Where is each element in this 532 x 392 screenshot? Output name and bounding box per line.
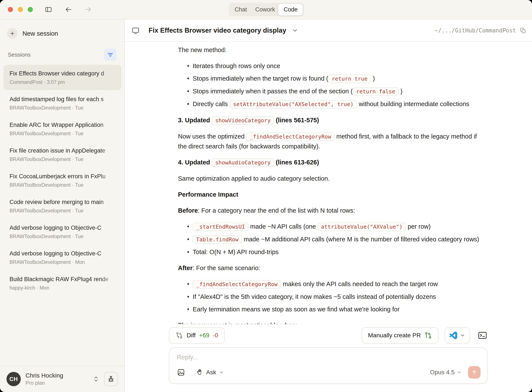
session-item-meta: happy-kirch · Mon [10, 285, 115, 291]
tab-chat[interactable]: Chat [228, 4, 253, 16]
inline-code: Table.findRow [193, 235, 242, 244]
terminal-icon [478, 330, 487, 340]
session-item-meta: BRAWToolboxDevelopment · Mon [10, 259, 115, 265]
toggle-sidebar-icon[interactable] [44, 5, 53, 14]
session-title-chevron-icon[interactable] [292, 27, 298, 34]
manually-create-pr-label: Manually create PR [368, 332, 421, 339]
account-footer[interactable]: CH Chris Hocking Pro plan [0, 366, 124, 392]
bullet-list: _startEndRowsUI made ~N API calls (one a… [178, 222, 484, 257]
bullet-item: _findAndSelectCategoryRow makes only the… [187, 279, 484, 289]
session-list-item[interactable]: Code review before merging to mainBRAWTo… [4, 193, 121, 219]
user-plan: Pro plan [25, 380, 94, 386]
minimize-window-button[interactable] [18, 7, 23, 12]
session-item-meta: CommandPost · 3:07 pm [10, 79, 115, 85]
session-list-item[interactable]: Build Blackmagic RAW FxPlug4 rendehappy-… [4, 271, 121, 296]
manually-create-pr-button[interactable]: Manually create PR [361, 327, 439, 344]
model-chevron-icon [457, 370, 462, 375]
forward-arrow-icon[interactable] [84, 5, 93, 14]
session-item-title: Add verbose logging to Objective-C [10, 250, 115, 257]
session-item-meta: BRAWToolboxDevelopment · Tue [10, 131, 115, 137]
bullet-list: Iterates through rows only onceStops imm… [178, 61, 484, 109]
filter-sessions-button[interactable] [104, 48, 117, 61]
ask-mode-dropdown[interactable]: Ask [196, 369, 224, 376]
bullet-item: Table.findRow made ~M additional API cal… [187, 234, 484, 244]
paragraph: After: For the same scenario: [178, 263, 484, 273]
bullet-item: Stops immediately when it passes the end… [187, 86, 484, 96]
app-window: Chat Cowork Code New session Sessions Fi… [0, 0, 532, 392]
account-switcher-chevrons[interactable] [94, 376, 98, 382]
debug-bug-button[interactable] [104, 372, 118, 386]
session-list-item[interactable]: Fix CocoaLumberjack errors in FxPluBRAWT… [4, 168, 121, 193]
session-item-title: Fix file creation issue in AppDelegate [10, 147, 115, 154]
copy-path-icon[interactable] [519, 27, 526, 34]
model-label: Opus 4.5 [430, 369, 455, 376]
new-session-button[interactable]: New session [7, 28, 124, 39]
inline-code: return true [328, 75, 371, 83]
open-in-vscode-button[interactable] [445, 327, 470, 344]
message-scroll-area[interactable]: The new method:Iterates through rows onl… [125, 42, 532, 324]
user-name: Chris Hocking [25, 372, 94, 379]
vscode-icon [449, 331, 457, 339]
filter-lines-icon [107, 51, 114, 58]
session-list-item[interactable]: Add timestamped log files for each sBRAW… [4, 91, 121, 116]
session-list-item[interactable]: Fix Effects Browser video category dComm… [4, 65, 121, 90]
zoom-window-button[interactable] [28, 7, 33, 12]
session-item-title: Build Blackmagic RAW FxPlug4 rende [10, 276, 115, 283]
inline-code: _findAndSelectCategoryRow [246, 132, 335, 141]
session-list: Fix Effects Browser video category dComm… [0, 63, 124, 366]
tab-code[interactable]: Code [278, 4, 303, 16]
new-session-label: New session [23, 30, 58, 37]
session-item-meta: BRAWToolboxDevelopment · Tue [10, 233, 115, 239]
bullet-item: Iterates through rows only once [187, 61, 484, 71]
session-item-title: Add verbose logging to Objective-C [10, 224, 115, 231]
paragraph: The improvement is most noticeable when: [178, 321, 484, 324]
session-item-meta: BRAWToolboxDevelopment · Tue [10, 208, 115, 214]
session-item-title: Enable ARC for Wrapper Application [10, 122, 115, 128]
attach-image-icon[interactable] [177, 368, 185, 377]
session-list-item[interactable]: Fix file creation issue in AppDelegateBR… [4, 142, 121, 167]
session-list-item[interactable]: Add verbose logging to Objective-C BRAWT… [4, 245, 121, 270]
message-toolbar: Diff +69 -0 Manually create PR [169, 327, 487, 344]
bullet-item: If "Alex4D" is the 5th video category, i… [187, 292, 484, 302]
tab-cowork[interactable]: Cowork [253, 4, 277, 16]
session-title: Fix Effects Browser video category displ… [149, 27, 286, 34]
ask-label: Ask [206, 369, 216, 376]
diff-removed-count: -0 [213, 332, 218, 339]
inline-code: setAttributeValue("AXSelected", true) [230, 100, 357, 109]
session-item-meta: BRAWToolboxDevelopment · Tue [10, 105, 115, 111]
close-window-button[interactable] [8, 7, 13, 12]
bullet-item: Total: O(N + M) API round-trips [187, 247, 484, 257]
session-item-title: Fix Effects Browser video category d [10, 70, 115, 77]
bullet-item: Stops immediately when the target row is… [187, 74, 484, 84]
git-compare-icon [175, 331, 183, 339]
back-arrow-icon[interactable] [64, 5, 73, 14]
bullet-item: _startEndRowsUI made ~N API calls (one a… [187, 222, 484, 232]
session-item-title: Add timestamped log files for each s [10, 96, 115, 103]
send-button[interactable] [468, 366, 480, 379]
vscode-chevron-icon [460, 333, 466, 338]
inline-code: _findAndSelectCategoryRow [193, 280, 281, 289]
session-item-meta: BRAWToolboxDevelopment · Tue [10, 156, 115, 162]
repo-path: ~/.../GitHub/CommandPost [435, 27, 526, 34]
diff-label: Diff [187, 332, 196, 339]
git-pull-request-icon [424, 331, 432, 339]
session-list-item[interactable]: Add verbose logging to Objective-C BRAWT… [4, 219, 121, 244]
main-panel: Fix Effects Browser video category displ… [125, 19, 532, 392]
session-list-item[interactable]: Enable ARC for Wrapper ApplicationBRAWTo… [4, 116, 121, 142]
reply-input[interactable] [177, 354, 480, 366]
sidebar: New session Sessions Fix Effects Browser… [0, 19, 125, 392]
bullet-item: Directly calls setAttributeValue("AXSele… [187, 99, 484, 109]
paragraph: The new method: [178, 45, 484, 55]
inline-code: showAudioCategory [212, 159, 274, 167]
ask-chevron-icon [219, 370, 224, 375]
sessions-header: Sessions [8, 51, 31, 58]
repo-path-text: ~/.../GitHub/CommandPost [435, 27, 516, 34]
diff-added-count: +69 [199, 332, 209, 339]
model-selector[interactable]: Opus 4.5 [430, 369, 462, 376]
avatar: CH [6, 372, 21, 386]
reply-composer[interactable]: Ask Opus 4.5 [169, 347, 487, 384]
diff-button[interactable]: Diff +69 -0 [169, 327, 225, 344]
mode-tabs: Chat Cowork Code [228, 3, 304, 16]
open-terminal-button[interactable] [478, 330, 487, 340]
paragraph: 3. Updated showVideoCategory (lines 561-… [178, 115, 484, 125]
